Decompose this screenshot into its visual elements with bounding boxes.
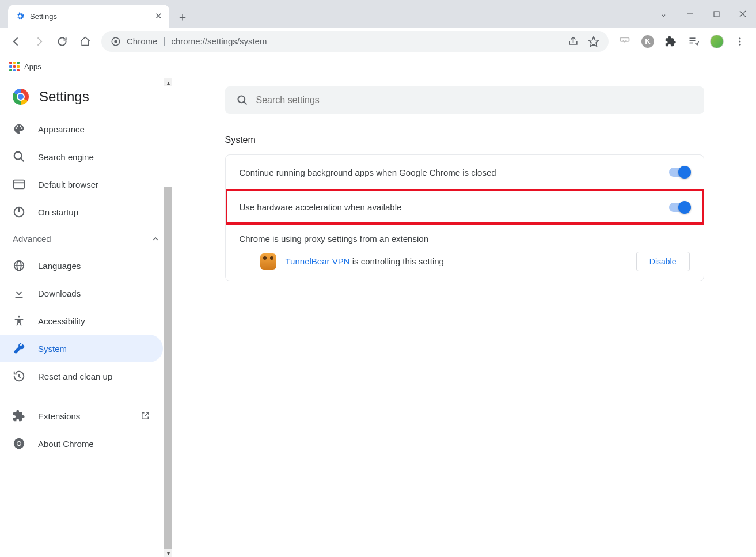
extension-description: is controlling this setting	[350, 256, 444, 266]
download-icon	[13, 287, 25, 300]
nav-label: Advanced	[13, 234, 51, 244]
reading-list-icon[interactable]	[683, 31, 704, 52]
nav-extensions[interactable]: Extensions	[0, 402, 163, 430]
nav-label: Accessibility	[38, 316, 85, 326]
toolbar: Chrome | chrome://settings/system K	[0, 28, 756, 55]
window-controls: ⌄	[650, 0, 756, 28]
close-window-button[interactable]	[730, 2, 756, 25]
apps-label[interactable]: Apps	[24, 62, 41, 71]
maximize-button[interactable]	[703, 2, 730, 25]
nav-label: Search engine	[38, 152, 94, 162]
url-text: chrome://settings/system	[172, 36, 562, 46]
pocket-icon[interactable]	[614, 31, 635, 52]
search-settings-input[interactable]	[256, 95, 693, 105]
search-icon	[237, 94, 248, 106]
accessibility-icon	[13, 315, 25, 327]
setting-row-background-apps[interactable]: Continue running background apps when Go…	[226, 155, 704, 190]
back-button[interactable]	[6, 31, 26, 52]
omnibox-separator: |	[163, 36, 165, 47]
svg-point-14	[14, 152, 22, 160]
address-bar[interactable]: Chrome | chrome://settings/system	[101, 31, 609, 52]
bookmark-star-icon[interactable]	[588, 36, 599, 47]
tab-title: Settings	[30, 12, 155, 21]
nav-label: Appearance	[38, 124, 85, 134]
svg-rect-16	[14, 180, 24, 189]
browser-icon	[13, 178, 25, 191]
nav-about-chrome[interactable]: About Chrome	[0, 430, 163, 457]
svg-rect-1	[714, 12, 719, 17]
nav-on-startup[interactable]: On startup	[0, 198, 163, 226]
minimize-button[interactable]	[677, 2, 703, 25]
nav-accessibility[interactable]: Accessibility	[0, 307, 163, 335]
nav-languages[interactable]: Languages	[0, 252, 163, 279]
nav-label: Reset and clean up	[38, 372, 112, 381]
palette-icon	[13, 123, 25, 135]
reload-button[interactable]	[52, 31, 73, 52]
site-info-icon[interactable]	[111, 36, 121, 47]
nav-label: Default browser	[38, 180, 98, 190]
profile-avatar[interactable]	[706, 31, 727, 52]
browser-tab[interactable]: Settings ✕	[8, 5, 169, 28]
title-bar: Settings ✕ ＋ ⌄	[0, 0, 756, 28]
scroll-down-icon[interactable]: ▾	[164, 549, 172, 557]
svg-line-28	[244, 102, 246, 105]
nav-label: Languages	[38, 261, 81, 271]
chrome-logo-icon	[13, 89, 29, 105]
nav-reset[interactable]: Reset and clean up	[0, 362, 163, 390]
nav-system[interactable]: System	[0, 335, 163, 362]
forward-button[interactable]	[29, 31, 50, 52]
svg-point-11	[739, 37, 741, 39]
svg-rect-7	[621, 37, 629, 41]
svg-point-13	[739, 43, 741, 45]
svg-marker-6	[589, 36, 599, 46]
nav-label: On startup	[38, 207, 78, 217]
nav-appearance[interactable]: Appearance	[0, 115, 163, 143]
bookmarks-bar: Apps	[0, 55, 756, 78]
toggle-hardware-acceleration[interactable]	[669, 203, 690, 212]
power-icon	[13, 206, 25, 218]
setting-label: Continue running background apps when Go…	[240, 168, 669, 177]
external-link-icon	[140, 411, 150, 421]
close-tab-icon[interactable]: ✕	[155, 11, 162, 21]
svg-point-27	[238, 96, 245, 103]
nav-downloads[interactable]: Downloads	[0, 279, 163, 307]
svg-point-12	[739, 40, 741, 42]
svg-point-23	[18, 316, 20, 318]
nav-label: About Chrome	[38, 439, 94, 449]
nav-label: Extensions	[38, 411, 80, 421]
nav-default-browser[interactable]: Default browser	[0, 170, 163, 198]
settings-panel: System Continue running background apps …	[173, 78, 756, 557]
nav-advanced-section[interactable]: Advanced	[0, 226, 172, 252]
setting-row-hardware-acceleration[interactable]: Use hardware acceleration when available	[226, 190, 704, 224]
chevron-up-icon	[151, 235, 159, 243]
wrench-icon	[13, 342, 25, 355]
extensions-icon[interactable]	[660, 31, 681, 52]
settings-title: Settings	[39, 89, 89, 105]
system-settings-card: Continue running background apps when Go…	[225, 154, 704, 281]
nav-divider	[0, 396, 172, 396]
nav-search-engine[interactable]: Search engine	[0, 143, 163, 170]
chrome-icon	[13, 437, 25, 450]
settings-sidebar: Settings Appearance Search engine Defaul…	[0, 78, 173, 557]
new-tab-button[interactable]: ＋	[173, 7, 192, 26]
sidebar-scrollbar[interactable]: ▴ ▾	[164, 78, 172, 557]
share-icon[interactable]	[568, 36, 579, 47]
menu-button[interactable]	[730, 31, 750, 52]
search-settings-box[interactable]	[225, 86, 704, 114]
extension-k-icon[interactable]: K	[637, 31, 658, 52]
scrollbar-thumb[interactable]	[164, 187, 172, 549]
nav-label: Downloads	[38, 289, 81, 298]
toggle-background-apps[interactable]	[669, 168, 690, 177]
restore-icon	[13, 370, 25, 382]
svg-point-5	[114, 40, 117, 43]
svg-point-26	[17, 442, 21, 445]
disable-button[interactable]: Disable	[636, 252, 690, 271]
settings-header: Settings	[0, 78, 172, 115]
nav-label: System	[38, 344, 67, 354]
gear-icon	[15, 11, 25, 21]
home-button[interactable]	[75, 31, 96, 52]
apps-icon[interactable]	[9, 62, 20, 72]
scroll-up-icon[interactable]: ▴	[164, 78, 172, 86]
chevron-down-icon[interactable]: ⌄	[650, 2, 677, 25]
extension-name-link[interactable]: TunnelBear VPN	[286, 256, 350, 266]
